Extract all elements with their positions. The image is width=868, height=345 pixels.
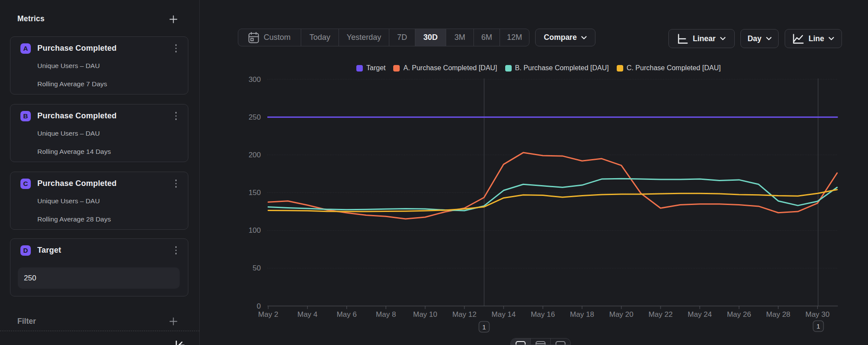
svg-text:May 20: May 20 xyxy=(609,310,634,319)
svg-text:300: 300 xyxy=(249,75,261,84)
svg-text:May 30: May 30 xyxy=(806,310,830,319)
svg-text:May 14: May 14 xyxy=(492,310,516,319)
svg-text:May 22: May 22 xyxy=(648,310,673,319)
svg-text:250: 250 xyxy=(249,113,261,121)
svg-text:150: 150 xyxy=(249,189,261,197)
svg-text:May 16: May 16 xyxy=(531,310,555,319)
svg-text:May 18: May 18 xyxy=(570,310,594,319)
svg-text:May 10: May 10 xyxy=(413,310,437,319)
svg-text:1: 1 xyxy=(816,322,820,330)
svg-text:0: 0 xyxy=(257,302,261,310)
svg-text:May 28: May 28 xyxy=(766,310,790,319)
svg-text:May 6: May 6 xyxy=(337,310,357,319)
svg-text:May 4: May 4 xyxy=(297,310,317,319)
svg-text:May 24: May 24 xyxy=(688,310,712,319)
svg-text:1: 1 xyxy=(482,323,486,331)
svg-text:May 26: May 26 xyxy=(727,310,751,319)
svg-text:100: 100 xyxy=(249,226,261,234)
svg-text:50: 50 xyxy=(253,264,261,272)
svg-text:May 12: May 12 xyxy=(452,310,477,319)
svg-text:May 2: May 2 xyxy=(258,310,278,319)
svg-text:200: 200 xyxy=(249,151,261,159)
svg-text:May 8: May 8 xyxy=(376,310,396,319)
